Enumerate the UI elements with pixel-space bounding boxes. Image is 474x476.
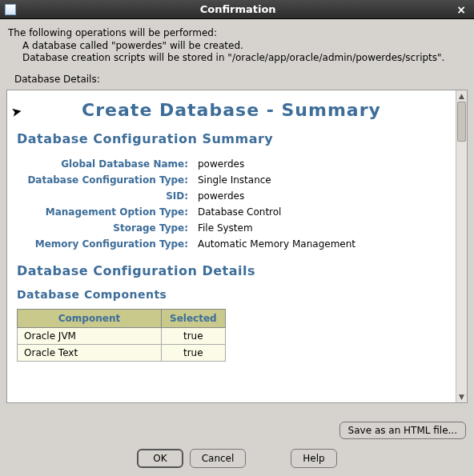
save-html-button[interactable]: Save as an HTML file... <box>339 422 466 439</box>
intro-line: Database creation scripts will be stored… <box>8 52 466 63</box>
kv-key: Memory Configuration Type: <box>17 236 193 252</box>
help-button[interactable]: Help <box>291 449 336 468</box>
kv-value: powerdes <box>193 156 446 172</box>
intro-line: The following operations will be perform… <box>8 27 466 38</box>
config-summary-table: Global Database Name:powerdes Database C… <box>17 156 446 252</box>
scroll-down-icon[interactable]: ▼ <box>456 391 467 402</box>
component-selected: true <box>162 328 226 345</box>
table-header: Selected <box>162 310 226 328</box>
kv-key: Database Configuration Type: <box>17 172 193 188</box>
config-summary-heading: Database Configuration Summary <box>17 131 446 146</box>
kv-value: powerdes <box>193 188 446 204</box>
table-header: Component <box>18 310 162 328</box>
summary-panel: Create Database - Summary Database Confi… <box>6 90 468 403</box>
component-name: Oracle Text <box>18 345 162 362</box>
summary-content: Create Database - Summary Database Confi… <box>7 90 456 402</box>
titlebar: Confirmation × <box>0 0 474 19</box>
dialog-buttons: OK Cancel Help <box>0 449 474 468</box>
close-icon[interactable]: × <box>453 3 469 16</box>
app-icon <box>5 4 16 15</box>
cancel-button[interactable]: Cancel <box>190 449 247 468</box>
details-label: Database Details: <box>0 69 474 88</box>
kv-value: Single Instance <box>193 172 446 188</box>
table-row: Oracle JVM true <box>18 328 226 345</box>
window-title: Confirmation <box>22 3 453 15</box>
table-row: Oracle Text true <box>18 345 226 362</box>
scroll-thumb[interactable] <box>457 102 466 142</box>
kv-key: SID: <box>17 188 193 204</box>
ok-button[interactable]: OK <box>137 449 183 468</box>
config-details-heading: Database Configuration Details <box>17 263 446 278</box>
components-heading: Database Components <box>17 288 446 301</box>
kv-key: Storage Type: <box>17 220 193 236</box>
kv-value: Automatic Memory Management <box>193 236 446 252</box>
components-table: Component Selected Oracle JVM true Oracl… <box>17 309 226 362</box>
component-name: Oracle JVM <box>18 328 162 345</box>
intro-text: The following operations will be perform… <box>0 19 474 69</box>
kv-key: Global Database Name: <box>17 156 193 172</box>
kv-key: Management Option Type: <box>17 204 193 220</box>
summary-title: Create Database - Summary <box>17 100 446 120</box>
kv-value: File System <box>193 220 446 236</box>
intro-line: A database called "powerdes" will be cre… <box>8 40 466 51</box>
vertical-scrollbar[interactable]: ▲ ▼ <box>456 90 467 402</box>
component-selected: true <box>162 345 226 362</box>
scroll-up-icon[interactable]: ▲ <box>456 90 467 102</box>
kv-value: Database Control <box>193 204 446 220</box>
